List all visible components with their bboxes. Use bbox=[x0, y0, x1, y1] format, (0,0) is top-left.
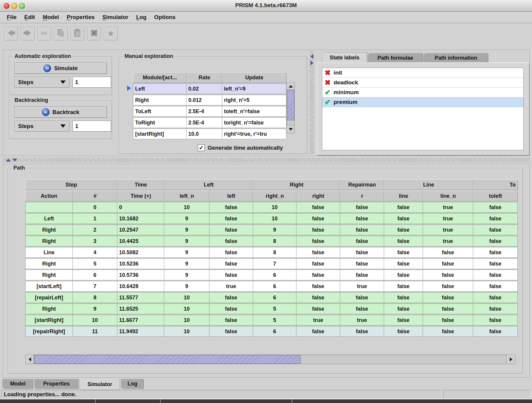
manual-table-row[interactable]: [startRight]10.0right'=true, r'=tru bbox=[133, 129, 286, 139]
scroll-down-button[interactable] bbox=[287, 125, 295, 133]
manual-table-row[interactable]: Right0.012right_n'=5 bbox=[133, 95, 286, 105]
horizontal-splitter[interactable] bbox=[2, 158, 530, 162]
menu-options[interactable]: Options bbox=[150, 14, 179, 20]
auto-steps-combo[interactable]: Steps bbox=[14, 77, 70, 88]
cell: 11.9492 bbox=[117, 326, 164, 337]
cell: Right bbox=[25, 225, 73, 235]
column-header: right_n bbox=[253, 191, 296, 201]
title-bar[interactable]: PRISM 4.1.beta.r6673M bbox=[0, 0, 532, 12]
cell: 9 bbox=[164, 225, 209, 235]
cell: false bbox=[384, 213, 423, 224]
manual-scrollbar-thumb[interactable] bbox=[287, 90, 294, 120]
menu-log[interactable]: Log bbox=[132, 14, 150, 20]
cut-button[interactable]: ✂ bbox=[37, 27, 51, 40]
collapse-right-icon[interactable] bbox=[310, 61, 313, 65]
path-row[interactable]: Right310.44259false8falsefalsefalsetruef… bbox=[25, 236, 518, 246]
cell: 6 bbox=[253, 281, 296, 292]
path-row[interactable]: [startLeft]710.64289true6falsetruefalsef… bbox=[25, 281, 518, 292]
path-row[interactable]: Right510.52369false7falsefalsefalsefalse… bbox=[25, 258, 518, 269]
path-row[interactable]: 0010false10falsefalsefalsetruefalse bbox=[25, 202, 518, 213]
cell: false bbox=[296, 304, 340, 314]
undo-arrow-button[interactable] bbox=[4, 27, 18, 40]
path-row[interactable]: Left110.16829false10falsefalsefalsetruef… bbox=[25, 213, 518, 224]
column-header: Update bbox=[222, 72, 286, 83]
backtrack-icon: « bbox=[42, 108, 50, 116]
menu-file[interactable]: File bbox=[3, 14, 20, 20]
manual-table-row[interactable]: Left0.02left_n'=9 bbox=[133, 83, 286, 94]
tab-simulator[interactable]: Simulator bbox=[80, 379, 120, 390]
path-row[interactable]: Right210.25479false9falsefalsefalsetruef… bbox=[25, 225, 518, 235]
cell: false bbox=[296, 281, 340, 292]
simulate-button[interactable]: » Simulate bbox=[14, 62, 107, 74]
checkbox-icon[interactable]: ✓ bbox=[198, 144, 205, 151]
tab-model[interactable]: Model bbox=[2, 379, 33, 389]
menu-simulator[interactable]: Simulator bbox=[99, 14, 132, 20]
redo-arrow-button[interactable] bbox=[21, 27, 34, 40]
cell: 5 bbox=[253, 315, 296, 325]
cell: false bbox=[473, 236, 518, 246]
path-row[interactable]: [startRight]1011.667710false5truetruefal… bbox=[25, 315, 518, 325]
state-label-item[interactable]: ✔minimum bbox=[322, 88, 523, 97]
cell: Right bbox=[25, 304, 73, 314]
collapse-left-icon[interactable] bbox=[310, 54, 313, 59]
auto-steps-input[interactable]: 1 bbox=[72, 77, 111, 88]
star-button[interactable]: ★ bbox=[104, 27, 118, 40]
cell: 9 bbox=[164, 247, 209, 258]
paste-button[interactable] bbox=[71, 27, 84, 40]
cell: 10.5236 bbox=[117, 258, 164, 269]
tab-properties[interactable]: Properties bbox=[34, 379, 78, 389]
tab-state-labels[interactable]: State labels bbox=[322, 52, 367, 63]
cell: false bbox=[423, 326, 473, 337]
cell: right'=true, r'=tru bbox=[222, 129, 286, 139]
collapse-down-icon[interactable] bbox=[12, 159, 17, 162]
path-column-header-row: Action#Time (+)left_nleftright_nrightrli… bbox=[25, 191, 518, 201]
cell: false bbox=[296, 258, 340, 269]
backtrack-button[interactable]: « Backtrack bbox=[14, 106, 107, 118]
path-row[interactable]: Right610.57369false6falsefalsefalsefalse… bbox=[25, 270, 518, 280]
cell: 10 bbox=[164, 315, 209, 325]
cell: true bbox=[209, 281, 253, 292]
cell: true bbox=[423, 213, 473, 224]
path-row[interactable]: Line410.50829false8falsefalsefalsefalsef… bbox=[25, 247, 518, 258]
menu-model[interactable]: Model bbox=[39, 14, 63, 20]
manual-table-row[interactable]: ToRight2.5E-4toright_n'=false bbox=[133, 117, 286, 128]
vertical-splitter[interactable] bbox=[310, 51, 314, 154]
generate-time-checkbox[interactable]: ✓ Generate time automatically bbox=[198, 144, 283, 151]
state-label-item[interactable]: ✔premium bbox=[322, 97, 523, 107]
collapse-up-icon[interactable] bbox=[6, 159, 11, 162]
backtrack-steps-combo[interactable]: Steps bbox=[14, 121, 70, 132]
path-row[interactable]: Right911.652510false5falsefalsefalsefals… bbox=[25, 304, 518, 314]
delete-button[interactable] bbox=[87, 27, 101, 40]
path-row[interactable]: [repairLeft]811.557710false6falsefalsefa… bbox=[25, 292, 518, 303]
cell: Right bbox=[25, 236, 73, 246]
cell: 10 bbox=[164, 202, 209, 213]
cell: Left bbox=[25, 213, 73, 224]
manual-table-row[interactable]: ToLeft2.5E-4toleft_n'=false bbox=[133, 106, 286, 117]
menu-properties[interactable]: Properties bbox=[63, 14, 99, 20]
cell: false bbox=[340, 258, 384, 269]
cell: 1 bbox=[73, 213, 117, 224]
path-row[interactable]: [repairRight]1111.949210false6falsefalse… bbox=[25, 326, 518, 337]
cell: false bbox=[423, 270, 473, 280]
tab-log[interactable]: Log bbox=[121, 379, 144, 389]
copy-button[interactable] bbox=[54, 27, 68, 40]
scroll-right-button[interactable] bbox=[506, 355, 515, 364]
menu-edit[interactable]: Edit bbox=[20, 14, 39, 20]
cell: false bbox=[473, 225, 518, 235]
group-header: Right bbox=[253, 179, 340, 190]
path-scrollbar-thumb[interactable] bbox=[34, 355, 301, 364]
redo-arrow-icon bbox=[23, 28, 33, 39]
state-label-item[interactable]: ✖deadlock bbox=[322, 78, 523, 88]
scroll-left-button[interactable] bbox=[25, 355, 34, 364]
cell: Left bbox=[133, 83, 187, 94]
cell: 0.012 bbox=[187, 95, 222, 105]
cell: false bbox=[209, 326, 253, 337]
cell: false bbox=[423, 292, 473, 303]
tab-path-information[interactable]: Path information bbox=[424, 53, 488, 63]
scroll-up-button[interactable] bbox=[287, 82, 295, 90]
cell: false bbox=[296, 202, 340, 213]
state-label-item[interactable]: ✖init bbox=[322, 68, 523, 78]
backtrack-steps-input[interactable]: 1 bbox=[72, 121, 111, 132]
tab-path-formulae[interactable]: Path formulae bbox=[368, 53, 423, 63]
cell: false bbox=[423, 247, 473, 258]
